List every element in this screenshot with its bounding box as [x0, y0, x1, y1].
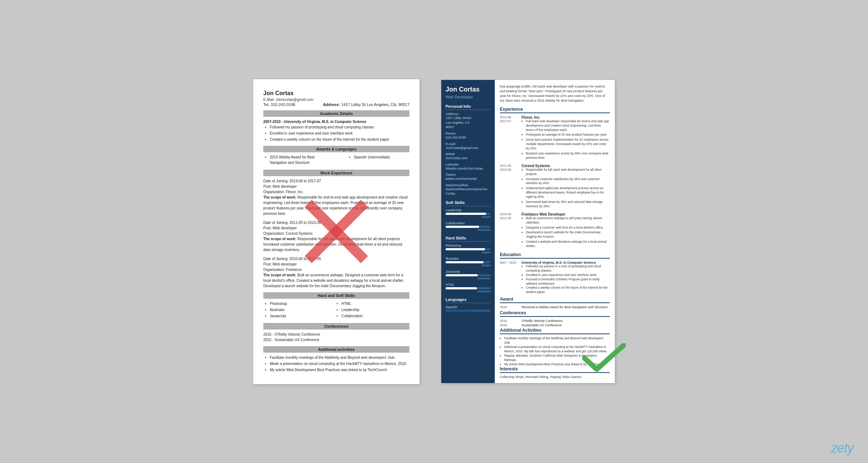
- left-conf-header: Conferences: [263, 323, 409, 330]
- skill-illustrator-track: [446, 261, 490, 263]
- skill-html-track: [446, 287, 490, 289]
- skill-javascript: Javascript Advanced: [446, 270, 490, 280]
- sidebar-soft-skills-title: Soft Skills: [446, 200, 490, 206]
- list-item: Leadership: [341, 307, 409, 313]
- zety-logo: zety: [831, 441, 854, 456]
- left-address-label: Address:: [323, 102, 340, 107]
- exp-entry-3: 2010-06 - 2011-05 Freelance Web Develope…: [500, 212, 610, 249]
- sidebar-address-line1: 1417 Libby Street: [446, 116, 490, 120]
- left-academic-bullets: Followed my passion of prototyping and c…: [263, 124, 409, 142]
- list-item: Increased customer satisfaction by 35% a…: [526, 177, 610, 186]
- left-activities-list: Facilitate monthly meetings of the Webfi…: [263, 355, 409, 373]
- list-item: Built an ecommerce webapp to sell potty …: [526, 216, 610, 225]
- left-academic-period: 2007-2010 - University of Virginia, M.S.…: [263, 119, 409, 124]
- work-date-3: Date of Joining: 2010-06 to 2011-05: [263, 256, 409, 262]
- resume-right: Jon Cortas Web Developer Personal Info A…: [441, 80, 615, 383]
- skill-illustrator-fill: [446, 261, 484, 263]
- left-awards-content: 2015 Webby Award for Best Navigation and…: [263, 154, 409, 166]
- left-tel: Tel: 310-242-0196: [263, 102, 295, 107]
- skill-leadership-label: Leadership: [446, 208, 490, 212]
- exp-company-1: Flexor, Inc.: [522, 115, 610, 119]
- conf-name-2: Sustainable UX Conference: [522, 323, 562, 327]
- list-item: Javascript: [270, 313, 338, 319]
- conf-year-2: 2015: [500, 323, 519, 327]
- left-contact-row: Tel: 310-242-0196 Address: 1417 Libby St…: [263, 102, 409, 107]
- list-item: Excelled in user experience and user int…: [526, 273, 610, 277]
- work-entry-2: Date of Joining: 2011-05 to 2013-06 Post…: [263, 220, 409, 252]
- exp-entry-2: 2011-05 - 2013-06 Corend Systems Respons…: [500, 164, 610, 209]
- list-item: Boosted user experience scores by 55% ov…: [526, 152, 610, 160]
- work-post-1: Post: Web developer: [263, 184, 409, 189]
- list-item: HTML: [341, 301, 409, 306]
- skill-html: HTML Advanced: [446, 283, 490, 293]
- sidebar-twitter-label: Twitter: [446, 173, 490, 177]
- right-conf-header: Conferences: [500, 310, 610, 317]
- page-container: Jon Cortas E-Mail: Johncortas@gmail.com …: [0, 0, 868, 463]
- award-entry: 2015 Received a Webby Award for Best Nav…: [500, 305, 610, 309]
- edu-entry-1: 2007 - 2010 University of Virginia, M.S.…: [500, 261, 610, 294]
- left-skills-content: Photoshop Illustrator Javascript HTML Le…: [263, 301, 409, 319]
- list-item: Followed my passion of prototyping and c…: [270, 124, 409, 130]
- list-item: Created a weekly column on the future of…: [270, 137, 409, 142]
- sidebar-email: JonCortas@gmail.com: [446, 146, 490, 150]
- skill-javascript-track: [446, 274, 490, 276]
- list-item: My article Web Development Best Practice…: [270, 367, 409, 373]
- list-item: Prototyped an average of 25 new product …: [526, 133, 610, 137]
- skill-photoshop-track: [446, 248, 490, 250]
- left-activities-content: Facilitate monthly meetings of the Webfi…: [263, 355, 409, 373]
- award-text: Received a Webby Award for Best Navigati…: [522, 305, 608, 309]
- skill-collaboration-fill: [446, 226, 479, 228]
- sidebar-linkedin-label: LinkedIn: [446, 163, 490, 166]
- award-year: 2015: [500, 305, 519, 309]
- list-item: Excelled in user experience and user int…: [270, 131, 409, 136]
- skill-illustrator-label: Illustrator: [446, 257, 490, 260]
- left-work-header: Work Experience: [263, 170, 409, 176]
- skill-javascript-label: Javascript: [446, 270, 490, 273]
- right-summary: Eye-poppingly prolific, full stack web d…: [500, 84, 610, 103]
- list-item: Pursued a Generalist Scholars Program gr…: [526, 277, 610, 286]
- exp-detail-2: Corend Systems Responsible for full stac…: [522, 164, 610, 209]
- exp-date-1: 2013-06 - 2017-07: [500, 115, 519, 161]
- right-edu-header: Education: [500, 252, 610, 259]
- list-item: Implemented Agile/Lean development proce…: [526, 186, 610, 199]
- skill-illustrator-sublabel: Expert: [446, 264, 490, 267]
- right-name: Jon Cortas: [446, 86, 490, 94]
- skill-javascript-fill: [446, 274, 478, 276]
- skill-html-sublabel: Advanced: [446, 290, 490, 293]
- skill-leadership-sublabel: Expert: [446, 215, 490, 218]
- list-item: Delivered a presentation on cloud comput…: [504, 345, 610, 354]
- sidebar-address-label: Address: [446, 112, 490, 116]
- edu-bullets-1: Followed my passion in a core of prototy…: [522, 264, 610, 294]
- left-skills-list: Photoshop Illustrator Javascript HTML Le…: [263, 301, 409, 319]
- sidebar-address-line3: 90017: [446, 125, 490, 129]
- list-item: Photoshop: [270, 301, 338, 306]
- sidebar-linkedin: linkedin.com/in/JonCortas: [446, 166, 490, 171]
- skill-spanish-track: [446, 310, 490, 312]
- right-activities-header: Additional Activities: [500, 328, 610, 334]
- list-item: Decreased lead times by 30% and reduced …: [526, 200, 610, 209]
- list-item: Designed a customer web form for a local…: [526, 226, 610, 230]
- skill-spanish-label: Spanish: [446, 305, 490, 309]
- list-item: My article Web Development Best Practice…: [504, 362, 610, 367]
- sidebar-email-label: E-mail: [446, 142, 490, 146]
- conf-name-1: O'Reilly Velocity Conference: [522, 319, 562, 323]
- sidebar-twitter: twitter.com/JonCortas: [446, 177, 490, 181]
- work-org-2: Organization: Corend Systems: [263, 231, 409, 236]
- list-item: Drove best practice implementation for 2…: [526, 138, 610, 151]
- left-awards-list1: 2015 Webby Award for Best Navigation and…: [263, 154, 326, 166]
- exp-entry-1: 2013-06 - 2017-07 Flexor, Inc. Full stac…: [500, 115, 610, 161]
- list-item: Collaboration: [341, 313, 409, 319]
- list-item: Facilitate monthly meetings of the Webfi…: [270, 355, 409, 360]
- list-item: Created a website and donations webapp f…: [526, 240, 610, 249]
- sidebar: Jon Cortas Web Developer Personal Info A…: [441, 80, 495, 383]
- skill-leadership: Leadership Expert: [446, 208, 490, 218]
- sidebar-languages-title: Languages: [446, 297, 490, 303]
- list-item: 2015 - Sustainable UX Conference: [263, 337, 409, 343]
- list-item: Full stack web developer responsible for…: [526, 119, 610, 132]
- left-academic-content: 2007-2010 - University of Virginia, M.S.…: [263, 119, 409, 142]
- work-date-2: Date of Joining: 2011-05 to 2013-06: [263, 220, 409, 225]
- skill-collaboration-label: Collaboration: [446, 221, 490, 225]
- work-org-3: Organization: Freelance: [263, 267, 409, 272]
- list-item: Regular attendee, Southern California We…: [504, 354, 610, 362]
- skill-photoshop-fill: [446, 248, 485, 250]
